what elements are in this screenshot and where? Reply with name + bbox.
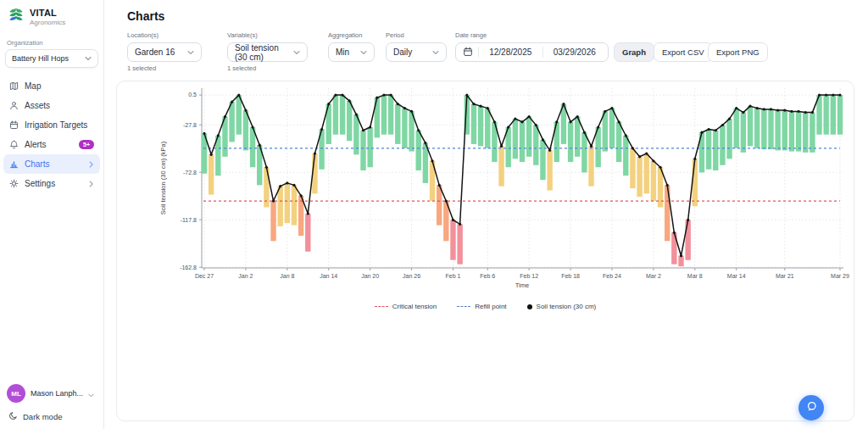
variable-filter: Variable(s) Soil tension (30 cm) 1 selec… [227, 31, 308, 72]
legend-label: Soil tension (30 cm) [537, 303, 597, 310]
aggregation-select[interactable]: Min [328, 42, 375, 62]
period-label: Period [386, 31, 447, 39]
chevron-right-icon [89, 181, 94, 187]
svg-text:Mar 21: Mar 21 [776, 273, 794, 279]
legend-refill-point[interactable]: Refill point [457, 303, 506, 310]
chevron-down-icon [293, 47, 300, 57]
chevron-down-icon [360, 47, 367, 57]
sidebar-item-irrigation-targets[interactable]: Irrigation Targets [3, 115, 100, 135]
black-dot-swatch [527, 304, 532, 309]
page-title: Charts [127, 9, 164, 23]
svg-text:Jan 14: Jan 14 [320, 273, 337, 279]
location-selected-count: 1 selected [127, 64, 202, 72]
bell-icon [9, 140, 19, 149]
svg-text:0.5: 0.5 [188, 92, 197, 98]
svg-text:Feb 12: Feb 12 [520, 273, 538, 279]
moon-icon [8, 411, 18, 422]
brand-tagline: Agronomics [30, 19, 65, 26]
variable-value: Soil tension (30 cm) [235, 43, 288, 62]
svg-text:Feb 18: Feb 18 [561, 273, 580, 279]
soil-tension-chart: 0.5-27.8-72.8-117.8-162.8Dec 27Jan 2Jan … [117, 81, 855, 293]
location-filter: Location(s) Garden 16 1 selected [127, 31, 202, 72]
location-select[interactable]: Garden 16 [127, 42, 202, 62]
user-menu[interactable]: ML Mason Lanph... [7, 380, 97, 409]
divider [478, 47, 479, 58]
chat-icon [805, 400, 818, 415]
sidebar-item-charts[interactable]: Charts [3, 154, 100, 174]
dark-mode-label: Dark mode [23, 412, 62, 421]
export-csv-button[interactable]: Export CSV [654, 42, 713, 62]
gear-icon [9, 179, 19, 188]
date-start-input[interactable]: 12/28/2025 [484, 47, 537, 57]
sidebar-item-label: Alerts [25, 140, 47, 149]
svg-text:-117.8: -117.8 [181, 217, 197, 223]
sidebar-item-label: Irrigation Targets [25, 120, 87, 130]
svg-text:-27.8: -27.8 [183, 122, 197, 128]
sidebar-item-map[interactable]: Map [3, 76, 100, 96]
main-content: Charts Location(s) Garden 16 1 selected … [105, 0, 868, 429]
svg-text:Jan 26: Jan 26 [403, 273, 420, 279]
svg-text:Dec 27: Dec 27 [195, 273, 214, 279]
calendar-icon [9, 120, 19, 130]
variable-select[interactable]: Soil tension (30 cm) [227, 42, 308, 62]
aggregation-filter: Aggregation Min [328, 31, 375, 62]
svg-text:Mar 8: Mar 8 [687, 273, 703, 279]
calendar-icon[interactable] [463, 47, 473, 58]
legend-critical-tension[interactable]: Critical tension [375, 303, 437, 310]
chevron-down-icon [187, 47, 194, 57]
blue-dash-swatch [457, 306, 470, 307]
period-value: Daily [393, 47, 412, 57]
date-range-label: Date range [455, 31, 609, 39]
svg-text:Jan 20: Jan 20 [361, 273, 379, 279]
sidebar-item-alerts[interactable]: Alerts 5+ [3, 135, 100, 154]
svg-text:Time: Time [515, 281, 529, 289]
organization-label: Organization [0, 31, 103, 49]
legend-soil-tension[interactable]: Soil tension (30 cm) [527, 303, 597, 310]
period-filter: Period Daily [386, 31, 447, 62]
divider [542, 47, 543, 58]
location-label: Location(s) [127, 31, 202, 39]
svg-text:Feb 24: Feb 24 [603, 273, 621, 279]
avatar: ML [7, 384, 25, 403]
svg-text:-72.8: -72.8 [183, 170, 197, 176]
chevron-down-icon [432, 47, 439, 57]
svg-text:Mar 2: Mar 2 [646, 273, 661, 279]
chart-legend: Critical tension Refill point Soil tensi… [117, 303, 854, 310]
location-value: Garden 16 [135, 47, 175, 57]
export-png-button[interactable]: Export PNG [708, 42, 768, 62]
sidebar-item-settings[interactable]: Settings [3, 174, 100, 193]
organization-select[interactable]: Battery Hill Hops [5, 49, 98, 68]
date-range-filter: Date range 12/28/2025 03/29/2026 [455, 31, 609, 62]
dark-mode-toggle[interactable]: Dark mode [7, 409, 97, 422]
svg-text:Jan 2: Jan 2 [238, 273, 253, 279]
variable-selected-count: 1 selected [227, 64, 308, 72]
organization-selected: Battery Hill Hops [12, 54, 69, 63]
legend-label: Critical tension [392, 303, 437, 310]
user-name: Mason Lanph... [31, 389, 83, 398]
chat-fab-button[interactable] [798, 395, 824, 421]
graph-button[interactable]: Graph [614, 42, 654, 62]
sidebar-item-label: Charts [25, 159, 49, 169]
svg-text:Mar 14: Mar 14 [727, 273, 746, 279]
sidebar-item-label: Map [25, 81, 41, 91]
aggregation-label: Aggregation [328, 31, 375, 39]
sidebar-bottom: ML Mason Lanph... Dark mode [0, 375, 103, 429]
svg-text:Feb 6: Feb 6 [480, 273, 495, 279]
svg-text:Feb 1: Feb 1 [446, 273, 461, 279]
map-icon [9, 81, 19, 91]
bar-chart-icon [9, 159, 19, 169]
chevron-right-icon [89, 161, 94, 168]
period-select[interactable]: Daily [386, 42, 447, 62]
brand: VITAL Agronomics [0, 0, 103, 31]
svg-text:Soil tension (30 cm) (kPa): Soil tension (30 cm) (kPa) [159, 141, 167, 214]
chevron-down-icon [85, 54, 92, 63]
svg-text:-162.8: -162.8 [180, 265, 197, 270]
sidebar-item-assets[interactable]: Assets [3, 96, 100, 115]
variable-label: Variable(s) [227, 31, 308, 39]
svg-text:Jan 8: Jan 8 [280, 273, 294, 279]
date-end-input[interactable]: 03/29/2026 [548, 47, 602, 57]
sidebar-item-label: Settings [25, 179, 55, 188]
alerts-count-badge: 5+ [79, 140, 94, 149]
legend-label: Refill point [475, 303, 506, 310]
aggregation-value: Min [336, 47, 349, 57]
